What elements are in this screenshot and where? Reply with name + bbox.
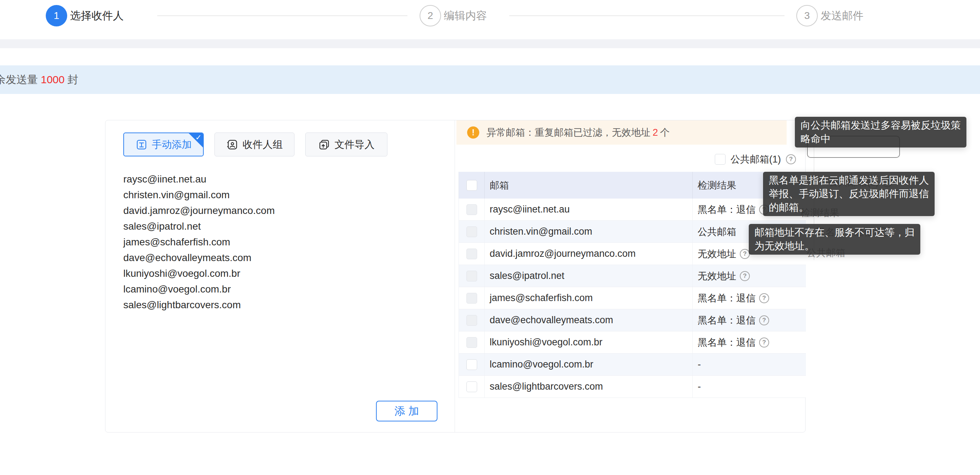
step-3-circle: 3 bbox=[796, 5, 818, 26]
quota-prefix: 余发送量 bbox=[0, 73, 38, 85]
select-all-checkbox[interactable] bbox=[466, 180, 477, 191]
row-result: - bbox=[693, 354, 806, 375]
recipient-line: christen.vin@gmail.com bbox=[123, 187, 438, 203]
help-icon[interactable]: ? bbox=[759, 315, 769, 326]
row-checkbox[interactable] bbox=[466, 204, 477, 215]
abnormal-warning-banner: ! 异常邮箱：重复邮箱已过滤，无效地址2个 bbox=[457, 120, 787, 145]
add-button[interactable]: 添 加 bbox=[376, 401, 438, 421]
step-connector-1 bbox=[157, 15, 407, 16]
row-checkbox[interactable] bbox=[466, 293, 477, 303]
recipient-line: raysc@iinet.net.au bbox=[123, 172, 438, 187]
warning-icon: ! bbox=[467, 126, 479, 138]
step-1-label: 选择收件人 bbox=[70, 5, 124, 26]
tab-file-import[interactable]: 文件导入 bbox=[305, 132, 387, 156]
public-mailbox-checkbox[interactable] bbox=[715, 154, 725, 165]
recipient-line: david.jamroz@journeymanco.com bbox=[123, 203, 438, 219]
tab-recipient-group-label: 收件人组 bbox=[243, 138, 283, 151]
active-check-icon: ✓ bbox=[195, 133, 202, 142]
row-email: james@schaferfish.com bbox=[485, 287, 693, 309]
row-email: lkuniyoshi@voegol.com.br bbox=[485, 331, 693, 353]
recipient-line: sales@lightbarcovers.com bbox=[123, 297, 438, 313]
public-mailbox-label: 公共邮箱(1) bbox=[730, 153, 781, 166]
step-connector-2 bbox=[509, 15, 784, 16]
public-mailbox-help-icon[interactable]: ? bbox=[786, 154, 796, 164]
table-row: sales@lightbarcovers.com - bbox=[459, 376, 806, 398]
tab-recipient-group[interactable]: 收件人组 bbox=[215, 132, 294, 156]
row-email: lcamino@voegol.com.br bbox=[485, 354, 693, 375]
tab-manual-add[interactable]: 手动添加 ✓ bbox=[123, 132, 204, 156]
help-icon[interactable]: ? bbox=[759, 293, 769, 303]
card-divider bbox=[455, 120, 455, 432]
row-checkbox[interactable] bbox=[466, 271, 477, 281]
quota-unit: 封 bbox=[68, 73, 78, 85]
text-input-icon bbox=[135, 138, 148, 151]
row-email: sales@ipatrol.net bbox=[485, 265, 693, 287]
header-email: 邮箱 bbox=[485, 172, 693, 199]
recipient-line: lkuniyoshi@voegol.com.br bbox=[123, 266, 438, 281]
step-2-label: 编辑内容 bbox=[444, 5, 487, 26]
quota-banner: 余发送量1000封 bbox=[0, 65, 980, 94]
page: 1 选择收件人 2 编辑内容 3 发送邮件 余发送量1000封 手动添加 ✓ bbox=[0, 0, 980, 475]
recipient-line: dave@echovalleymeats.com bbox=[123, 250, 438, 266]
recipient-line: sales@ipatrol.net bbox=[123, 219, 438, 234]
quota-text: 余发送量1000封 bbox=[0, 65, 980, 94]
warning-text: 异常邮箱：重复邮箱已过滤，无效地址2个 bbox=[487, 126, 670, 139]
help-icon[interactable]: ? bbox=[759, 337, 769, 348]
tab-manual-add-label: 手动添加 bbox=[152, 138, 192, 151]
row-email: raysc@iinet.net.au bbox=[485, 199, 693, 220]
stepper-bar: 1 选择收件人 2 编辑内容 3 发送邮件 bbox=[0, 0, 980, 39]
recipient-line: lcamino@voegol.com.br bbox=[123, 281, 438, 297]
tab-file-import-label: 文件导入 bbox=[334, 138, 375, 151]
help-icon[interactable]: ? bbox=[740, 249, 750, 259]
table-row: sales@ipatrol.net 无效地址? bbox=[459, 265, 806, 287]
row-email: dave@echovalleymeats.com bbox=[485, 309, 693, 331]
row-result: 无效地址? bbox=[693, 265, 806, 287]
recipient-line: james@schaferfish.com bbox=[123, 234, 438, 250]
table-row: raysc@iinet.net.au 黑名单：退信? bbox=[459, 199, 806, 221]
row-checkbox[interactable] bbox=[466, 315, 477, 326]
recipient-input[interactable]: raysc@iinet.net.au christen.vin@gmail.co… bbox=[123, 172, 438, 313]
tooltip-invalid-address: 邮箱地址不存在、服务不可达等，归 为无效地址。 bbox=[749, 224, 920, 255]
row-result: 黑名单：退信? bbox=[693, 287, 806, 309]
row-email: christen.vin@gmail.com bbox=[485, 221, 693, 243]
tooltip-public-mailbox: 向公共邮箱发送过多容易被反垃圾策 略命中 bbox=[795, 117, 966, 148]
row-checkbox[interactable] bbox=[466, 381, 477, 392]
row-result: 黑名单：退信? bbox=[693, 309, 806, 331]
step-1-circle: 1 bbox=[46, 5, 67, 26]
step-2-circle: 2 bbox=[420, 5, 441, 26]
quota-amount: 1000 bbox=[38, 73, 68, 85]
row-result: 黑名单：退信? bbox=[693, 331, 806, 353]
table-row: dave@echovalleymeats.com 黑名单：退信? bbox=[459, 309, 806, 331]
table-row: lcamino@voegol.com.br - bbox=[459, 354, 806, 376]
file-import-icon bbox=[318, 138, 330, 151]
row-checkbox[interactable] bbox=[466, 337, 477, 348]
table-row: james@schaferfish.com 黑名单：退信? bbox=[459, 287, 806, 309]
row-result: - bbox=[693, 376, 806, 397]
tooltip-blacklist: 黑名单是指在云邮通发送后因收件人 举报、手动退订、反垃圾邮件而退信 的邮箱。 bbox=[763, 172, 935, 216]
row-email: sales@lightbarcovers.com bbox=[485, 376, 693, 397]
step-3-label: 发送邮件 bbox=[821, 5, 864, 26]
row-checkbox[interactable] bbox=[466, 359, 477, 370]
contact-group-icon bbox=[226, 138, 239, 151]
public-mailbox-filter: 公共邮箱(1) ? bbox=[715, 153, 796, 166]
row-checkbox[interactable] bbox=[466, 249, 477, 259]
row-checkbox[interactable] bbox=[466, 226, 477, 237]
invalid-count: 2 bbox=[651, 127, 660, 138]
section-divider-strip bbox=[0, 39, 980, 48]
help-icon[interactable]: ? bbox=[740, 271, 750, 281]
table-row: lkuniyoshi@voegol.com.br 黑名单：退信? bbox=[459, 331, 806, 354]
header-checkbox-cell bbox=[459, 172, 485, 199]
row-email: david.jamroz@journeymanco.com bbox=[485, 243, 693, 265]
table-header: 邮箱 检测结果 bbox=[458, 172, 806, 199]
